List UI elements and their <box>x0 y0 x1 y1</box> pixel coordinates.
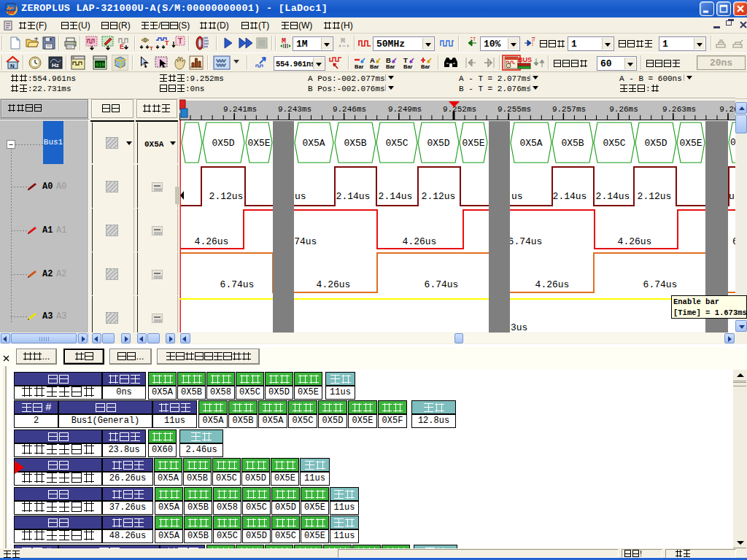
svg-text:T: T <box>533 36 536 42</box>
svg-text:BUS: BUS <box>518 56 532 63</box>
svg-text:T: T <box>165 39 169 47</box>
svg-text:E: E <box>120 43 124 50</box>
svg-text:0X5A: 0X5A <box>519 138 542 149</box>
svg-text:2.12us: 2.12us <box>209 191 244 202</box>
svg-text:9.263ms: 9.263ms <box>662 105 696 114</box>
svg-text:us: us <box>511 191 523 202</box>
svg-text:6.74us: 6.74us <box>425 279 459 290</box>
svg-text:0X5C: 0X5C <box>603 138 625 149</box>
svg-text:2.12us: 2.12us <box>422 191 456 202</box>
svg-text:2.14us: 2.14us <box>336 191 371 202</box>
svg-text:9.26ms: 9.26ms <box>609 105 638 114</box>
svg-text:us: us <box>295 191 306 202</box>
svg-text:3us: 3us <box>511 322 527 332</box>
svg-text:9.246ms: 9.246ms <box>333 105 366 114</box>
svg-text:0X5C: 0X5C <box>385 138 408 149</box>
svg-text:N: N <box>10 63 15 69</box>
svg-text:6.74us: 6.74us <box>643 279 678 290</box>
svg-text:4.26us: 4.26us <box>403 236 437 247</box>
svg-text:Bar: Bar <box>386 63 395 70</box>
svg-text:010: 010 <box>96 62 105 68</box>
svg-text:T: T <box>178 37 182 45</box>
svg-text:9.241ms: 9.241ms <box>223 105 257 114</box>
svg-text:0X5E: 0X5E <box>247 138 270 149</box>
svg-text:0X5D: 0X5D <box>644 138 667 149</box>
svg-text:6.74us: 6.74us <box>220 279 255 290</box>
svg-text:Bar: Bar <box>370 63 379 70</box>
svg-text:Hz: Hz <box>52 62 59 69</box>
svg-text:6.74us: 6.74us <box>508 236 543 247</box>
svg-text:0X5B: 0X5B <box>561 138 584 149</box>
svg-text:T: T <box>473 36 476 42</box>
svg-text:4.26us: 4.26us <box>618 236 652 247</box>
svg-text:9.243ms: 9.243ms <box>278 105 311 114</box>
svg-text:9.257ms: 9.257ms <box>552 105 586 114</box>
svg-text:us: us <box>729 191 735 202</box>
svg-text:Bar: Bar <box>403 63 413 70</box>
svg-text:Bar: Bar <box>421 63 430 70</box>
svg-text:Bar: Bar <box>355 63 364 70</box>
svg-text:9.252ms: 9.252ms <box>443 105 476 114</box>
svg-text:M: M <box>341 37 345 45</box>
svg-text:9.255ms: 9.255ms <box>498 105 531 114</box>
svg-text:0X5A: 0X5A <box>302 138 325 149</box>
svg-text:9.266m: 9.266m <box>719 105 735 114</box>
svg-text:0X5E: 0X5E <box>462 138 484 149</box>
svg-text:T: T <box>150 45 153 50</box>
svg-text:2.14us: 2.14us <box>553 191 587 202</box>
svg-text:4.26us: 4.26us <box>535 279 570 290</box>
svg-text:0X5B: 0X5B <box>344 138 366 149</box>
svg-text:4.26us: 4.26us <box>317 279 351 290</box>
svg-text:9.249ms: 9.249ms <box>388 105 422 114</box>
svg-text:2.14us: 2.14us <box>596 191 630 202</box>
svg-text:4.26us: 4.26us <box>195 236 229 247</box>
svg-text:0.: 0. <box>730 137 735 148</box>
svg-text:2.12us: 2.12us <box>638 191 672 202</box>
svg-text:0X5D: 0X5D <box>212 138 234 149</box>
svg-text:0X5E: 0X5E <box>679 138 702 149</box>
svg-text:2.14us: 2.14us <box>379 191 413 202</box>
svg-text:0X5D: 0X5D <box>427 138 449 149</box>
